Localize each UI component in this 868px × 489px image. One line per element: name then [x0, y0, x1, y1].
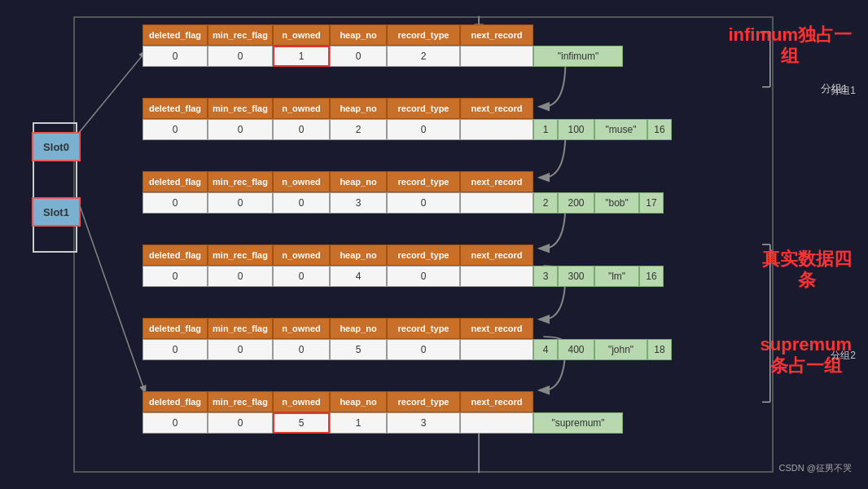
hdr-nextrec-2: next_record [460, 171, 533, 192]
data-rectype-3: 0 [387, 266, 460, 287]
data-deleted-3: 0 [142, 266, 208, 287]
record-infimum: deleted_flag min_rec_flag n_owned heap_n… [142, 24, 623, 67]
data-minrec-3: 0 [208, 266, 273, 287]
data-id-4: 4 [533, 339, 558, 360]
hdr-nowned-1: n_owned [273, 98, 330, 119]
hdr-heapno-5: heap_no [330, 391, 387, 412]
data-id-1: 1 [533, 119, 558, 140]
hdr-deleted-5: deleted_flag [142, 391, 208, 412]
slot-area: Slot0 Slot1 [33, 122, 77, 253]
data-nextrec-2 [460, 192, 533, 214]
data-extra-supremum: "supremum" [533, 412, 623, 434]
hdr-nowned-0: n_owned [273, 24, 330, 46]
record-3: deleted_flag min_rec_flag n_owned heap_n… [142, 244, 664, 287]
hdr-nextrec-4: next_record [460, 318, 533, 339]
data-nextrec-5 [460, 412, 533, 434]
data-heapno-3: 4 [330, 266, 387, 287]
hdr-minrec-1: min_rec_flag [208, 98, 273, 119]
data-heapno-0: 0 [330, 46, 387, 67]
hdr-rectype-0: record_type [387, 24, 460, 46]
data-name-2: "bob" [594, 192, 639, 214]
hdr-heapno-0: heap_no [330, 24, 387, 46]
slot0[interactable]: Slot0 [32, 132, 81, 161]
data-nowned-0: 1 [273, 46, 330, 67]
data-rectype-1: 0 [387, 119, 460, 140]
hdr-nowned-2: n_owned [273, 171, 330, 192]
data-minrec-0: 0 [208, 46, 273, 67]
group2-text: 分组2 [831, 349, 856, 363]
data-deleted-0: 0 [142, 46, 208, 67]
hdr-heapno-3: heap_no [330, 244, 387, 266]
data-rectype-2: 0 [387, 192, 460, 214]
data-nextrec-0 [460, 46, 533, 67]
data-extra-infimum: "infimum" [533, 46, 623, 67]
hdr-deleted-4: deleted_flag [142, 318, 208, 339]
data-deleted-5: 0 [142, 412, 208, 434]
hdr-nextrec-3: next_record [460, 244, 533, 266]
slot1[interactable]: Slot1 [32, 197, 81, 227]
data-minrec-1: 0 [208, 119, 273, 140]
data-minrec-2: 0 [208, 192, 273, 214]
group1-text: 分组1 [831, 84, 856, 98]
annotation-realdata: 真实数据四条 [762, 249, 852, 292]
slot1-label: Slot1 [43, 206, 69, 218]
data-name-4: "john" [594, 339, 647, 360]
hdr-nextrec-1: next_record [460, 98, 533, 119]
record-4: deleted_flag min_rec_flag n_owned heap_n… [142, 318, 672, 360]
hdr-minrec-0: min_rec_flag [208, 24, 273, 46]
data-name-1: "muse" [594, 119, 647, 140]
hdr-minrec-5: min_rec_flag [208, 391, 273, 412]
data-heapno-4: 5 [330, 339, 387, 360]
hdr-deleted-3: deleted_flag [142, 244, 208, 266]
data-nextrec-4 [460, 339, 533, 360]
hdr-nextrec-0: next_record [460, 24, 533, 46]
hdr-minrec-3: min_rec_flag [208, 244, 273, 266]
hdr-nowned-5: n_owned [273, 391, 330, 412]
hdr-rectype-4: record_type [387, 318, 460, 339]
data-heapno-5: 1 [330, 412, 387, 434]
data-nowned-2: 0 [273, 192, 330, 214]
data-nowned-4: 0 [273, 339, 330, 360]
data-minrec-5: 0 [208, 412, 273, 434]
data-id-2: 2 [533, 192, 558, 214]
hdr-nextrec-5: next_record [460, 391, 533, 412]
hdr-rectype-3: record_type [387, 244, 460, 266]
record-2: deleted_flag min_rec_flag n_owned heap_n… [142, 171, 664, 214]
data-num-4: 400 [558, 339, 594, 360]
data-age-4: 18 [647, 339, 672, 360]
data-name-3: "lm" [594, 266, 639, 287]
data-age-2: 17 [639, 192, 664, 214]
data-minrec-4: 0 [208, 339, 273, 360]
hdr-heapno-2: heap_no [330, 171, 387, 192]
data-nowned-5: 5 [273, 412, 330, 434]
hdr-nowned-3: n_owned [273, 244, 330, 266]
annotation-infimum: infimum独占一组 [728, 24, 852, 68]
record-supremum: deleted_flag min_rec_flag n_owned heap_n… [142, 391, 623, 434]
hdr-minrec-4: min_rec_flag [208, 318, 273, 339]
watermark: CSDN @征男不哭 [779, 462, 852, 474]
main-container: Slot0 Slot1 [8, 8, 860, 481]
data-id-3: 3 [533, 266, 558, 287]
hdr-rectype-5: record_type [387, 391, 460, 412]
data-nextrec-1 [460, 119, 533, 140]
data-rectype-4: 0 [387, 339, 460, 360]
data-rectype-5: 3 [387, 412, 460, 434]
hdr-deleted-2: deleted_flag [142, 171, 208, 192]
data-nowned-1: 0 [273, 119, 330, 140]
hdr-deleted-1: deleted_flag [142, 98, 208, 119]
data-deleted-1: 0 [142, 119, 208, 140]
data-age-1: 16 [647, 119, 672, 140]
hdr-heapno-4: heap_no [330, 318, 387, 339]
data-num-1: 100 [558, 119, 594, 140]
data-num-3: 300 [558, 266, 594, 287]
data-age-3: 16 [639, 266, 664, 287]
data-heapno-2: 3 [330, 192, 387, 214]
hdr-heapno-1: heap_no [330, 98, 387, 119]
data-nowned-3: 0 [273, 266, 330, 287]
data-rectype-0: 2 [387, 46, 460, 67]
hdr-deleted-0: deleted_flag [142, 24, 208, 46]
data-heapno-1: 2 [330, 119, 387, 140]
hdr-minrec-2: min_rec_flag [208, 171, 273, 192]
hdr-rectype-2: record_type [387, 171, 460, 192]
hdr-rectype-1: record_type [387, 98, 460, 119]
